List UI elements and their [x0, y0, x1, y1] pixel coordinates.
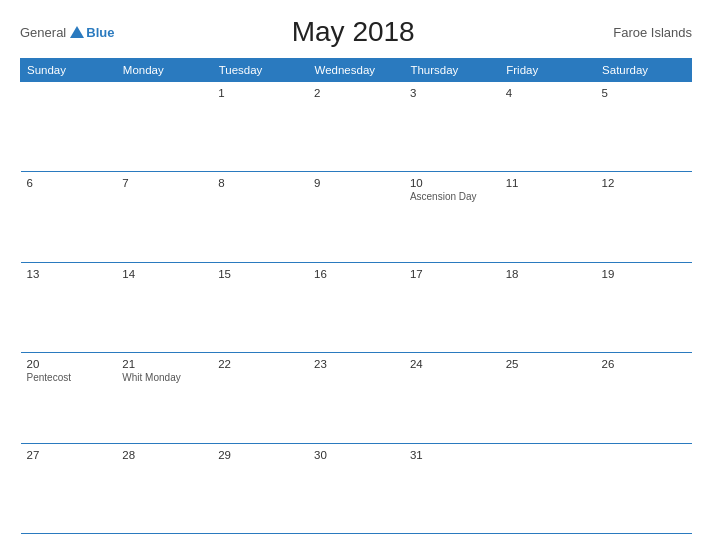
- day-number: 11: [506, 177, 590, 189]
- col-tuesday: Tuesday: [212, 59, 308, 82]
- col-thursday: Thursday: [404, 59, 500, 82]
- table-row: [500, 443, 596, 533]
- table-row: 27: [21, 443, 117, 533]
- table-row: 25: [500, 353, 596, 443]
- table-row: 24: [404, 353, 500, 443]
- table-row: 23: [308, 353, 404, 443]
- day-number: 7: [122, 177, 206, 189]
- col-wednesday: Wednesday: [308, 59, 404, 82]
- col-friday: Friday: [500, 59, 596, 82]
- day-number: 4: [506, 87, 590, 99]
- logo-blue-text: Blue: [86, 25, 114, 40]
- table-row: 28: [116, 443, 212, 533]
- day-number: 14: [122, 268, 206, 280]
- table-row: 17: [404, 262, 500, 352]
- col-monday: Monday: [116, 59, 212, 82]
- table-row: 2: [308, 82, 404, 172]
- day-number: 6: [27, 177, 111, 189]
- table-row: 1: [212, 82, 308, 172]
- table-row: 8: [212, 172, 308, 262]
- table-row: 9: [308, 172, 404, 262]
- calendar-body: 12345678910Ascension Day1112131415161718…: [21, 82, 692, 534]
- month-title: May 2018: [114, 16, 592, 48]
- col-saturday: Saturday: [596, 59, 692, 82]
- table-row: 16: [308, 262, 404, 352]
- day-number: 2: [314, 87, 398, 99]
- table-row: 14: [116, 262, 212, 352]
- day-number: 21: [122, 358, 206, 370]
- day-number: 15: [218, 268, 302, 280]
- day-number: 16: [314, 268, 398, 280]
- day-number: 12: [602, 177, 686, 189]
- day-number: 31: [410, 449, 494, 461]
- day-number: 27: [27, 449, 111, 461]
- logo: General Blue: [20, 25, 114, 40]
- table-row: 15: [212, 262, 308, 352]
- table-row: 4: [500, 82, 596, 172]
- day-number: 25: [506, 358, 590, 370]
- table-row: 26: [596, 353, 692, 443]
- day-number: 23: [314, 358, 398, 370]
- holiday-name: Pentecost: [27, 372, 111, 383]
- table-row: [116, 82, 212, 172]
- table-row: 13: [21, 262, 117, 352]
- logo-general-text: General: [20, 25, 66, 40]
- day-number: 28: [122, 449, 206, 461]
- calendar-header: General Blue May 2018 Faroe Islands: [20, 16, 692, 48]
- table-row: 20Pentecost: [21, 353, 117, 443]
- day-number: 9: [314, 177, 398, 189]
- table-row: 31: [404, 443, 500, 533]
- day-number: 3: [410, 87, 494, 99]
- table-row: 6: [21, 172, 117, 262]
- day-number: 17: [410, 268, 494, 280]
- holiday-name: Whit Monday: [122, 372, 206, 383]
- logo-triangle-icon: [70, 26, 84, 38]
- table-row: 18: [500, 262, 596, 352]
- holiday-name: Ascension Day: [410, 191, 494, 202]
- table-row: 7: [116, 172, 212, 262]
- table-row: 21Whit Monday: [116, 353, 212, 443]
- table-row: 22: [212, 353, 308, 443]
- day-number: 1: [218, 87, 302, 99]
- table-row: [596, 443, 692, 533]
- calendar-header-row: Sunday Monday Tuesday Wednesday Thursday…: [21, 59, 692, 82]
- calendar-table: Sunday Monday Tuesday Wednesday Thursday…: [20, 58, 692, 534]
- col-sunday: Sunday: [21, 59, 117, 82]
- day-number: 22: [218, 358, 302, 370]
- table-row: 29: [212, 443, 308, 533]
- table-row: 12: [596, 172, 692, 262]
- day-number: 19: [602, 268, 686, 280]
- day-number: 8: [218, 177, 302, 189]
- table-row: 3: [404, 82, 500, 172]
- day-number: 26: [602, 358, 686, 370]
- table-row: 11: [500, 172, 596, 262]
- day-number: 10: [410, 177, 494, 189]
- table-row: [21, 82, 117, 172]
- day-number: 20: [27, 358, 111, 370]
- day-number: 5: [602, 87, 686, 99]
- calendar-container: General Blue May 2018 Faroe Islands Sund…: [0, 0, 712, 550]
- day-number: 24: [410, 358, 494, 370]
- table-row: 19: [596, 262, 692, 352]
- region-label: Faroe Islands: [592, 25, 692, 40]
- day-number: 30: [314, 449, 398, 461]
- day-number: 13: [27, 268, 111, 280]
- table-row: 5: [596, 82, 692, 172]
- day-number: 29: [218, 449, 302, 461]
- table-row: 10Ascension Day: [404, 172, 500, 262]
- table-row: 30: [308, 443, 404, 533]
- day-number: 18: [506, 268, 590, 280]
